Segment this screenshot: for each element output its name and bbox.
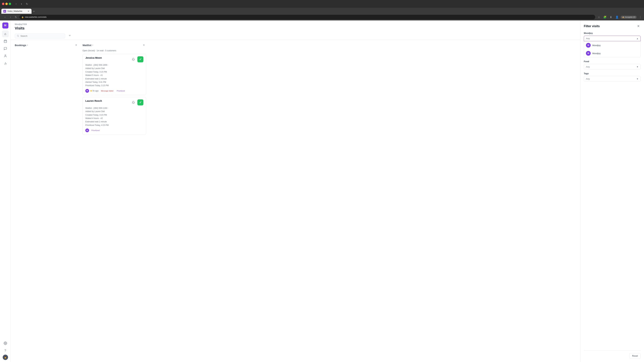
extensions-button[interactable]: 🧩 (602, 15, 607, 19)
download-button[interactable]: ⬇ (608, 15, 613, 19)
filter-option-moodjoy-2[interactable]: M Moodjoy (584, 49, 640, 57)
forward-nav[interactable]: › (8, 15, 13, 19)
reload-nav[interactable]: ↻ (14, 15, 18, 19)
visit-details: Waitlist · (484) 569-1899 · Added by Lau… (85, 63, 144, 87)
browser-title-bar: ✕ − + ‹ › ↻ (0, 0, 644, 8)
bookings-column-title[interactable]: Bookings › (15, 44, 28, 46)
window-controls: ✕ − + (2, 3, 11, 5)
filter-option-moodjoy-1[interactable]: M Moodjoy (584, 41, 640, 49)
bookings-column-header: Bookings › + (15, 43, 78, 47)
nav-buttons: ‹ › ↻ (14, 1, 29, 6)
check-button[interactable]: ✓ (137, 56, 144, 62)
check-button-2[interactable]: ✓ (137, 99, 144, 105)
filter-section-food: Food Any ▼ (584, 60, 641, 69)
incognito-badge: 🕵 Incognito (2) (621, 16, 636, 18)
filter-select-food[interactable]: Any ▼ (584, 64, 641, 69)
time-dot (90, 90, 92, 91)
minimize-button[interactable]: − (5, 3, 8, 5)
sidebar-item-analytics[interactable] (2, 60, 9, 67)
main-content: Moodjoy7434 Visits Bookings (11, 20, 580, 362)
visit-card-header-2: Lauren Reech ✓ (85, 99, 144, 105)
address-bar[interactable]: 🔒 new.waitwhile.com/visits (20, 15, 595, 19)
svg-point-9 (17, 35, 19, 36)
back-button[interactable]: ‹ (14, 1, 18, 6)
reset-button[interactable]: Reset (629, 353, 641, 359)
address-bar-row: ‹ › ↻ 🔒 new.waitwhile.com/visits ☆ 🧩 ⬇ 👤… (0, 14, 644, 20)
visit-card-jessica-moon[interactable]: Jessica Moon ✓ Waitlist · (484) 569-1899… (82, 54, 146, 95)
waitlist-column: Waitlist › + Open (forced) · 1m wait · 5… (82, 43, 146, 359)
filter-section-label-tags: Tags (584, 72, 641, 75)
filter-chevron-down-food-icon: ▼ (636, 66, 638, 68)
visit-time: 5h ago (90, 90, 98, 92)
filter-section-label-moodjoy: Moodjoy (584, 32, 641, 34)
visit-author-avatar: M (85, 89, 89, 93)
filter-chevron-down-tags-icon: ▼ (636, 78, 638, 80)
search-icon (17, 35, 19, 37)
visit-author-avatar-2: M (85, 129, 89, 132)
app-container: M ⌂ ? (0, 20, 644, 362)
profile-button[interactable]: 👤 (615, 15, 619, 19)
search-bar-row (11, 32, 580, 40)
menu-button[interactable]: ⋮ (638, 15, 643, 19)
filter-select-tags[interactable]: Any ▼ (584, 76, 641, 82)
back-nav[interactable]: ‹ (3, 15, 8, 19)
filter-select-moodjoy[interactable]: Any ▲ (584, 36, 641, 41)
visit-card-lauren-reech[interactable]: Lauren Reech ✓ Waitlist · (484) 569-1184… (82, 97, 146, 135)
dropdown-item-avatar-1: M (586, 43, 591, 48)
search-input-wrap[interactable] (15, 33, 65, 38)
prioritized-badge-2[interactable]: Prioritized (90, 129, 100, 132)
sidebar-item-help[interactable]: ? (2, 347, 9, 354)
filter-button[interactable] (67, 33, 72, 38)
filter-dropdown-moodjoy: M Moodjoy M Moodjoy (584, 41, 641, 57)
incognito-label: Incognito (2) (625, 16, 635, 18)
maximize-button[interactable]: + (9, 3, 11, 5)
sidebar-item-customers[interactable] (2, 53, 9, 59)
waitlist-column-title[interactable]: Waitlist › (82, 44, 93, 46)
dropdown-item-avatar-2: M (586, 51, 591, 56)
bookings-chevron-icon: › (27, 44, 28, 46)
filter-icon (68, 34, 71, 37)
svg-rect-0 (4, 40, 6, 42)
message-failed-badge[interactable]: Message failed (100, 89, 114, 92)
filter-chevron-up-icon: ▲ (636, 37, 638, 40)
bookings-column: Bookings › + (15, 43, 78, 359)
visit-details-2: Waitlist · (484) 569-1184 · Added by Lau… (85, 106, 144, 127)
url-text: new.waitwhile.com/visits (25, 16, 46, 18)
forward-button[interactable]: › (19, 1, 24, 6)
app-header: Moodjoy7434 Visits (11, 20, 580, 32)
new-tab-button[interactable]: + (32, 9, 36, 14)
tab-close-button[interactable]: ✕ (28, 10, 30, 12)
close-button[interactable]: ✕ (2, 3, 4, 5)
visit-card-actions-2: ✓ (131, 99, 144, 105)
bell-button-2[interactable] (131, 100, 136, 105)
waitlist-column-header: Waitlist › + (82, 43, 146, 47)
sidebar-user-avatar[interactable]: 🧑 (3, 355, 8, 360)
visit-footer: M 5h ago Message failed Prioritized (85, 89, 144, 93)
reload-button[interactable]: ↻ (24, 1, 29, 6)
filter-section-moodjoy: Moodjoy Any ▲ M Moodjoy M Moodjoy (584, 32, 641, 57)
active-tab[interactable]: W Visits | Waitwhile ✕ (1, 9, 32, 14)
filter-panel: Filter visits ✕ Moodjoy Any ▲ M Moodjoy … (580, 20, 644, 362)
tab-favicon: W (3, 10, 6, 12)
page-title: Visits (15, 26, 576, 30)
sidebar-item-messages[interactable] (2, 45, 9, 52)
sidebar-item-calendar[interactable] (2, 38, 9, 44)
sidebar-item-settings[interactable] (2, 340, 9, 347)
bookmark-button[interactable]: ☆ (596, 15, 601, 19)
filter-panel-header: Filter visits ✕ (584, 24, 641, 28)
org-name: Moodjoy7434 (15, 23, 576, 25)
org-avatar[interactable]: M (2, 22, 8, 28)
svg-point-8 (5, 343, 6, 344)
visit-name-2: Lauren Reech (85, 99, 102, 102)
bookings-add-button[interactable]: + (74, 43, 78, 47)
filter-section-label-food: Food (584, 60, 641, 63)
svg-point-4 (5, 55, 6, 56)
waitlist-chevron-icon: › (92, 44, 93, 46)
filter-close-button[interactable]: ✕ (636, 24, 641, 28)
search-input[interactable] (20, 35, 63, 37)
bell-button[interactable] (131, 57, 136, 62)
prioritized-badge[interactable]: Prioritized (116, 89, 126, 92)
waitlist-add-button[interactable]: + (142, 43, 146, 47)
visit-card-header: Jessica Moon ✓ (85, 56, 144, 62)
sidebar-item-home[interactable]: ⌂ (2, 30, 9, 37)
